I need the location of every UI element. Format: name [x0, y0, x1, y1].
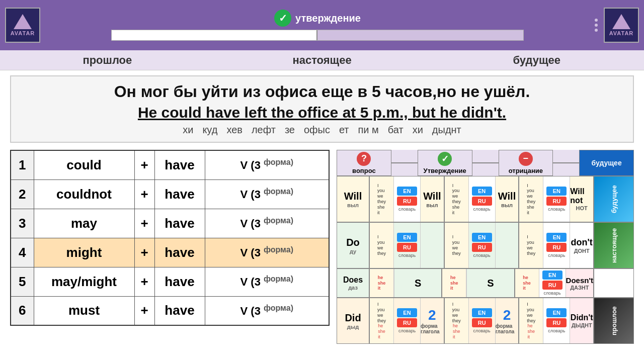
en-ru-do-a[interactable]: EN RU словарь	[469, 223, 495, 268]
did-a-verb: 2форма глагола	[495, 298, 519, 343]
pronouns-will-q: Iyouwetheysheit	[370, 176, 394, 222]
pronouns-does-a: hesheit	[442, 269, 466, 297]
en-ru-do-n[interactable]: EN RU словарь	[543, 223, 570, 268]
en-button[interactable]: EN	[397, 187, 417, 196]
ru-button[interactable]: RU	[397, 197, 417, 206]
pronouns-does-n: hesheit	[515, 269, 539, 297]
row-number: 4	[11, 238, 34, 267]
en-ru-will-a[interactable]: EN RU словарь	[469, 176, 495, 222]
modal-verb: could	[34, 150, 134, 179]
dont-verb: don'tДОНТ	[570, 223, 593, 268]
main-content: Он мог бы уйти из офиса еще в 5 часов,но…	[0, 70, 644, 331]
en-ru-will-q[interactable]: EN RU словарь	[394, 176, 420, 222]
rt-header-future: будущее	[579, 150, 634, 176]
timeline-future: будущее	[429, 54, 644, 67]
timeline-past: прошлое	[0, 54, 215, 67]
pronouns-did-q: Iyouwetheyhesheit	[370, 298, 394, 343]
menu-dots-icon[interactable]	[595, 19, 598, 32]
pronouns-did-a: Iyouwetheyhesheit	[445, 298, 469, 343]
check-icon: ✓	[274, 10, 291, 27]
pronouns-do-a: Iyouwethey	[445, 223, 469, 268]
row-number: 5	[11, 267, 34, 296]
russian-sentence: Он мог бы уйти из офиса еще в 5 часов,но…	[21, 82, 623, 101]
avatar-logo-right: AVATAR	[604, 8, 639, 43]
do-label: Do ду	[337, 222, 369, 268]
en-ru-did-n[interactable]: EN RU словарь	[543, 298, 570, 343]
doesnt-verb: Doesn'tДАЗНТ	[566, 269, 593, 297]
progress-fill	[112, 30, 317, 40]
v3-form: V (3 форма)	[205, 296, 329, 325]
english-sentence: He could have left the office at 5 p.m.,…	[21, 104, 623, 121]
rt-header-affirmative: ✓ Утверждение	[418, 150, 472, 176]
will-a-verb: Willвыл	[495, 176, 519, 222]
grammar-table-row: 2 couldnot + have V (3 форма)	[11, 179, 329, 209]
row-number: 3	[11, 209, 34, 238]
have-word: have	[154, 209, 205, 238]
pronouns-do-n: Iyouwethey	[519, 223, 543, 268]
grammar-table-row: 5 may/might + have V (3 форма)	[11, 267, 329, 296]
header-right: AVATAR	[595, 8, 639, 43]
plus-sign: +	[134, 296, 154, 325]
ru-button-n[interactable]: RU	[546, 197, 567, 206]
past-image: прошлое	[594, 298, 634, 344]
do-a-verb	[495, 223, 519, 268]
plus-sign: +	[134, 150, 154, 179]
header-center: ✓ утверждение	[40, 10, 595, 41]
does-row: Does даз hesheit S hesheit S hesheit EN …	[337, 268, 634, 298]
timeline-bar: прошлое настоящее будущее	[0, 50, 644, 70]
bottom-section: 1 could + have V (3 форма) 2 couldnot + …	[10, 150, 634, 326]
grammar-table: 1 could + have V (3 форма) 2 couldnot + …	[10, 150, 330, 326]
does-q-verb: S	[394, 269, 441, 297]
timeline-present: настоящее	[215, 54, 430, 67]
present-image: настоящее	[594, 222, 634, 268]
rt-header-question: ? вопрос	[337, 150, 391, 176]
have-word: have	[154, 238, 205, 267]
pronouns-will-n: Iyouwetheysheit	[519, 176, 543, 222]
question-icon: ?	[357, 152, 371, 166]
rt-header-row: ? вопрос ✓ Утверждение − отрицание будущ…	[337, 150, 634, 176]
have-word: have	[154, 296, 205, 325]
does-a-verb: S	[466, 269, 514, 297]
pronouns-do-q: Iyouwethey	[370, 223, 394, 268]
rt-header-negative: − отрицание	[499, 150, 553, 176]
sentence-area: Он мог бы уйти из офиса еще в 5 часов,но…	[10, 75, 634, 143]
en-ru-will-n[interactable]: EN RU словарь	[543, 176, 570, 222]
header: AVATAR ✓ утверждение AVATAR	[0, 0, 644, 50]
row-number: 6	[11, 296, 34, 325]
utv-label: ✓ утверждение	[274, 10, 361, 27]
ru-button-a[interactable]: RU	[472, 197, 492, 206]
pronouns-will-a: Iyouwetheysheit	[445, 176, 469, 222]
en-button-n[interactable]: EN	[546, 187, 567, 196]
right-table-container: ? вопрос ✓ Утверждение − отрицание будущ…	[337, 150, 634, 316]
row-number: 2	[11, 179, 34, 209]
did-label: Did дыд	[337, 298, 369, 344]
v3-form: V (3 форма)	[205, 150, 329, 179]
modal-verb: may	[34, 209, 134, 238]
transcription-row: хикудхевлефтзеофысетпи мбатхидыднт	[21, 124, 623, 136]
have-word: have	[154, 150, 205, 179]
en-ru-does-n[interactable]: EN RU словарь	[539, 269, 566, 297]
did-q-verb: 2форма глагола	[420, 298, 444, 343]
pronouns-does-q: hesheit	[370, 269, 394, 297]
en-ru-did-a[interactable]: EN RU словарь	[469, 298, 495, 343]
v3-form: V (3 форма)	[205, 267, 329, 296]
grammar-table-row: 4 might + have V (3 форма)	[11, 238, 329, 267]
grammar-table-row: 1 could + have V (3 форма)	[11, 150, 329, 179]
plus-sign: +	[134, 238, 154, 267]
row-number: 1	[11, 150, 34, 179]
pronouns-did-n: Iyouwetheyhesheit	[519, 298, 543, 343]
en-button-a[interactable]: EN	[472, 187, 492, 196]
will-row: Will выл Iyouwetheysheit EN RU словарь W…	[337, 176, 634, 222]
modal-verb: must	[34, 296, 134, 325]
willnot-verb: Will notНОТ	[570, 176, 593, 222]
modal-verb: might	[34, 238, 134, 267]
will-q-verb: Willвыл	[420, 176, 444, 222]
en-ru-did-q[interactable]: EN RU словарь	[394, 298, 420, 343]
en-ru-do-q[interactable]: EN RU словарь	[394, 223, 420, 268]
have-word: have	[154, 179, 205, 209]
plus-sign: +	[134, 179, 154, 209]
plus-sign: +	[134, 267, 154, 296]
will-label: Will выл	[337, 176, 369, 222]
do-row: Do ду Iyouwethey EN RU словарь Iyouwethe…	[337, 222, 634, 268]
future-image: будущее	[594, 176, 634, 222]
